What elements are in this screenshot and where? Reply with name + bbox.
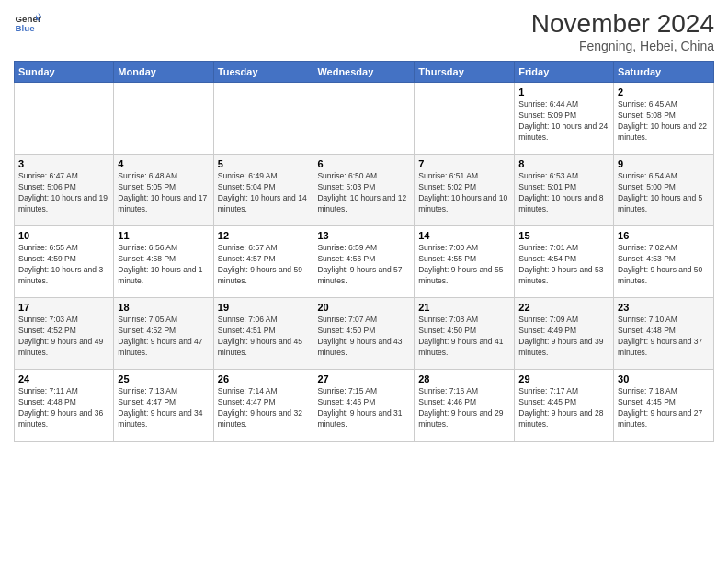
day-number: 7 (418, 158, 510, 169)
calendar-cell: 19Sunrise: 7:06 AMSunset: 4:51 PMDayligh… (213, 298, 313, 370)
day-info: Sunrise: 7:13 AMSunset: 4:47 PMDaylight:… (118, 386, 209, 431)
day-info: Sunrise: 6:54 AMSunset: 5:00 PMDaylight:… (618, 171, 710, 215)
day-number: 4 (118, 158, 209, 169)
day-info: Sunrise: 7:18 AMSunset: 4:45 PMDaylight:… (618, 386, 710, 431)
day-number: 2 (618, 86, 710, 98)
calendar-cell: 2Sunrise: 6:45 AMSunset: 5:08 PMDaylight… (614, 83, 714, 155)
calendar-cell (213, 83, 313, 155)
day-number: 23 (618, 302, 710, 313)
day-number: 24 (18, 373, 109, 385)
calendar-cell: 3Sunrise: 6:47 AMSunset: 5:06 PMDaylight… (15, 155, 114, 226)
calendar-cell: 15Sunrise: 7:01 AMSunset: 4:54 PMDayligh… (515, 226, 614, 298)
calendar-cell (114, 83, 213, 155)
calendar-cell (313, 83, 415, 155)
calendar-cell: 25Sunrise: 7:13 AMSunset: 4:47 PMDayligh… (114, 370, 213, 442)
calendar-cell: 1Sunrise: 6:44 AMSunset: 5:09 PMDaylight… (515, 83, 614, 155)
calendar-week-row: 17Sunrise: 7:03 AMSunset: 4:52 PMDayligh… (15, 298, 714, 370)
day-info: Sunrise: 6:55 AMSunset: 4:59 PMDaylight:… (18, 243, 109, 287)
day-info: Sunrise: 7:01 AMSunset: 4:54 PMDaylight:… (518, 243, 609, 287)
calendar-cell: 10Sunrise: 6:55 AMSunset: 4:59 PMDayligh… (15, 226, 114, 298)
day-info: Sunrise: 6:48 AMSunset: 5:05 PMDaylight:… (118, 171, 209, 215)
calendar-cell: 27Sunrise: 7:15 AMSunset: 4:46 PMDayligh… (313, 370, 415, 442)
calendar-week-row: 24Sunrise: 7:11 AMSunset: 4:48 PMDayligh… (15, 370, 714, 442)
day-info: Sunrise: 7:17 AMSunset: 4:45 PMDaylight:… (518, 386, 609, 431)
calendar-week-row: 3Sunrise: 6:47 AMSunset: 5:06 PMDaylight… (15, 155, 714, 226)
day-number: 30 (618, 373, 710, 385)
day-info: Sunrise: 7:09 AMSunset: 4:49 PMDaylight:… (518, 315, 609, 359)
day-info: Sunrise: 7:10 AMSunset: 4:48 PMDaylight:… (618, 315, 710, 359)
day-info: Sunrise: 7:06 AMSunset: 4:51 PMDaylight:… (218, 315, 310, 359)
day-number: 19 (218, 302, 310, 313)
calendar-cell: 4Sunrise: 6:48 AMSunset: 5:05 PMDaylight… (114, 155, 213, 226)
day-info: Sunrise: 7:07 AMSunset: 4:50 PMDaylight:… (317, 315, 410, 359)
day-number: 15 (518, 230, 609, 241)
calendar-cell (415, 83, 515, 155)
day-info: Sunrise: 6:45 AMSunset: 5:08 PMDaylight:… (618, 99, 710, 144)
calendar-cell: 30Sunrise: 7:18 AMSunset: 4:45 PMDayligh… (614, 370, 714, 442)
svg-text:Blue: Blue (16, 23, 36, 33)
calendar-week-row: 1Sunrise: 6:44 AMSunset: 5:09 PMDaylight… (15, 83, 714, 155)
calendar-cell (15, 83, 114, 155)
calendar-header-cell: Saturday (614, 62, 714, 83)
day-info: Sunrise: 6:50 AMSunset: 5:03 PMDaylight:… (317, 171, 410, 215)
day-info: Sunrise: 7:00 AMSunset: 4:55 PMDaylight:… (418, 243, 510, 287)
day-number: 8 (518, 158, 609, 169)
calendar-cell: 20Sunrise: 7:07 AMSunset: 4:50 PMDayligh… (313, 298, 415, 370)
day-number: 13 (317, 230, 410, 241)
day-number: 26 (218, 373, 310, 385)
day-info: Sunrise: 6:47 AMSunset: 5:06 PMDaylight:… (18, 171, 109, 215)
day-number: 3 (18, 158, 109, 169)
calendar-header-cell: Friday (515, 62, 614, 83)
calendar-cell: 8Sunrise: 6:53 AMSunset: 5:01 PMDaylight… (515, 155, 614, 226)
calendar-header-cell: Sunday (15, 62, 114, 83)
calendar-body: 1Sunrise: 6:44 AMSunset: 5:09 PMDaylight… (15, 83, 714, 442)
day-info: Sunrise: 7:15 AMSunset: 4:46 PMDaylight:… (317, 386, 410, 431)
day-info: Sunrise: 6:44 AMSunset: 5:09 PMDaylight:… (518, 99, 609, 144)
calendar-header-cell: Tuesday (213, 62, 313, 83)
calendar-header-row: SundayMondayTuesdayWednesdayThursdayFrid… (15, 62, 714, 83)
day-number: 25 (118, 373, 209, 385)
calendar-cell: 11Sunrise: 6:56 AMSunset: 4:58 PMDayligh… (114, 226, 213, 298)
logo-icon: General Blue (14, 9, 41, 37)
day-info: Sunrise: 7:05 AMSunset: 4:52 PMDaylight:… (118, 315, 209, 359)
day-number: 21 (418, 302, 510, 313)
day-number: 29 (518, 373, 609, 385)
calendar-cell: 17Sunrise: 7:03 AMSunset: 4:52 PMDayligh… (15, 298, 114, 370)
calendar-header-cell: Wednesday (313, 62, 415, 83)
calendar-week-row: 10Sunrise: 6:55 AMSunset: 4:59 PMDayligh… (15, 226, 714, 298)
day-number: 6 (317, 158, 410, 169)
day-info: Sunrise: 7:14 AMSunset: 4:47 PMDaylight:… (218, 386, 310, 431)
day-number: 22 (518, 302, 609, 313)
calendar-cell: 9Sunrise: 6:54 AMSunset: 5:00 PMDaylight… (614, 155, 714, 226)
calendar-cell: 23Sunrise: 7:10 AMSunset: 4:48 PMDayligh… (614, 298, 714, 370)
day-info: Sunrise: 6:53 AMSunset: 5:01 PMDaylight:… (518, 171, 609, 215)
day-info: Sunrise: 6:56 AMSunset: 4:58 PMDaylight:… (118, 243, 209, 287)
header: General Blue November 2024 Fengning, Heb… (14, 9, 714, 53)
calendar-cell: 6Sunrise: 6:50 AMSunset: 5:03 PMDaylight… (313, 155, 415, 226)
calendar-cell: 29Sunrise: 7:17 AMSunset: 4:45 PMDayligh… (515, 370, 614, 442)
main-title: November 2024 (531, 9, 714, 39)
day-number: 18 (118, 302, 209, 313)
day-info: Sunrise: 7:08 AMSunset: 4:50 PMDaylight:… (418, 315, 510, 359)
calendar-cell: 7Sunrise: 6:51 AMSunset: 5:02 PMDaylight… (415, 155, 515, 226)
calendar-cell: 22Sunrise: 7:09 AMSunset: 4:49 PMDayligh… (515, 298, 614, 370)
day-info: Sunrise: 7:02 AMSunset: 4:53 PMDaylight:… (618, 243, 710, 287)
calendar-cell: 14Sunrise: 7:00 AMSunset: 4:55 PMDayligh… (415, 226, 515, 298)
calendar-header-cell: Monday (114, 62, 213, 83)
day-number: 14 (418, 230, 510, 241)
calendar: SundayMondayTuesdayWednesdayThursdayFrid… (14, 61, 714, 442)
calendar-cell: 21Sunrise: 7:08 AMSunset: 4:50 PMDayligh… (415, 298, 515, 370)
day-info: Sunrise: 6:51 AMSunset: 5:02 PMDaylight:… (418, 171, 510, 215)
day-number: 28 (418, 373, 510, 385)
subtitle: Fengning, Hebei, China (531, 39, 714, 53)
calendar-cell: 26Sunrise: 7:14 AMSunset: 4:47 PMDayligh… (213, 370, 313, 442)
page: General Blue November 2024 Fengning, Heb… (0, 0, 728, 563)
calendar-cell: 12Sunrise: 6:57 AMSunset: 4:57 PMDayligh… (213, 226, 313, 298)
day-number: 10 (18, 230, 109, 241)
calendar-header-cell: Thursday (415, 62, 515, 83)
day-number: 20 (317, 302, 410, 313)
day-info: Sunrise: 7:03 AMSunset: 4:52 PMDaylight:… (18, 315, 109, 359)
day-number: 9 (618, 158, 710, 169)
calendar-cell: 24Sunrise: 7:11 AMSunset: 4:48 PMDayligh… (15, 370, 114, 442)
calendar-cell: 5Sunrise: 6:49 AMSunset: 5:04 PMDaylight… (213, 155, 313, 226)
